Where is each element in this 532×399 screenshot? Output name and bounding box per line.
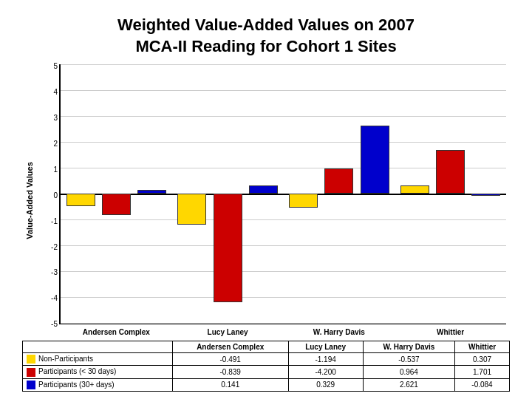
y-tick: -1 (40, 217, 58, 225)
bar (324, 168, 353, 194)
legend-row: Participants (30+ days)0.1410.3292.621-0… (23, 378, 510, 391)
bar (400, 185, 429, 194)
bar (214, 194, 242, 302)
bar (436, 150, 465, 194)
legend-cell: -1.194 (288, 352, 363, 365)
y-tick: -3 (40, 268, 58, 276)
bar (471, 194, 500, 196)
legend-cell: 0.964 (363, 366, 454, 378)
y-tick: 5 (40, 62, 58, 70)
legend-cell: 0.329 (288, 378, 363, 391)
col-whittier: Whittier (455, 341, 510, 352)
legend-cell: -0.491 (172, 352, 288, 365)
y-tick: 4 (40, 88, 58, 96)
chart-wrapper: Value-Added Values 543210-1-2-3-4-5 Ande… (22, 64, 510, 337)
col-andersen: Andersen Complex (172, 341, 288, 352)
col-harry: W. Harry Davis (363, 341, 454, 352)
y-axis-label: Value-Added Values (22, 64, 37, 337)
legend-cell: 2.621 (363, 378, 454, 391)
bar (249, 185, 278, 194)
x-labels: Andersen ComplexLucy LaneyW. Harry Davis… (61, 326, 506, 337)
y-tick: 0 (40, 191, 58, 200)
legend-color (27, 381, 35, 389)
legend-cell: 0.141 (172, 378, 288, 391)
bar (361, 126, 389, 194)
y-tick: -2 (40, 243, 58, 251)
legend-row: Non-Participants-0.491-1.194-0.5370.307 (23, 352, 510, 365)
page: Weighted Value-Added Values on 2007 MCA-… (0, 0, 532, 399)
legend-row: Participants (< 30 days)-0.839-4.2000.96… (23, 366, 510, 378)
legend-cell: 1.701 (455, 366, 510, 378)
x-label-2: W. Harry Davis (284, 326, 395, 337)
bar (177, 194, 206, 225)
chart-title: Weighted Value-Added Values on 2007 MCA-… (22, 15, 510, 57)
y-tick: 3 (40, 114, 58, 122)
y-tick: -5 (40, 320, 58, 328)
x-label-3: Whittier (395, 326, 506, 337)
bar (102, 194, 131, 215)
bar (66, 194, 95, 206)
legend-cell: -0.537 (363, 352, 454, 365)
grid-and-bars: 543210-1-2-3-4-5 (59, 64, 506, 324)
chart-inner: 543210-1-2-3-4-5 Andersen ComplexLucy La… (37, 64, 510, 337)
col-lucy: Lucy Laney (288, 341, 363, 352)
legend-cell: -4.200 (288, 366, 363, 378)
x-label-1: Lucy Laney (172, 326, 284, 337)
y-tick: 1 (40, 166, 58, 174)
y-tick: -4 (40, 294, 58, 302)
legend-cell: -0.084 (455, 378, 510, 391)
legend-color (27, 355, 35, 364)
bar (289, 194, 318, 208)
chart-area: Value-Added Values 543210-1-2-3-4-5 Ande… (22, 64, 510, 392)
legend-cell: -0.839 (172, 366, 288, 378)
bar (137, 190, 166, 194)
y-tick: 2 (40, 140, 58, 148)
legend-cell: 0.307 (455, 352, 510, 365)
legend-color (27, 368, 35, 377)
legend-table: Andersen Complex Lucy Laney W. Harry Dav… (22, 341, 510, 392)
x-label-0: Andersen Complex (61, 326, 172, 337)
